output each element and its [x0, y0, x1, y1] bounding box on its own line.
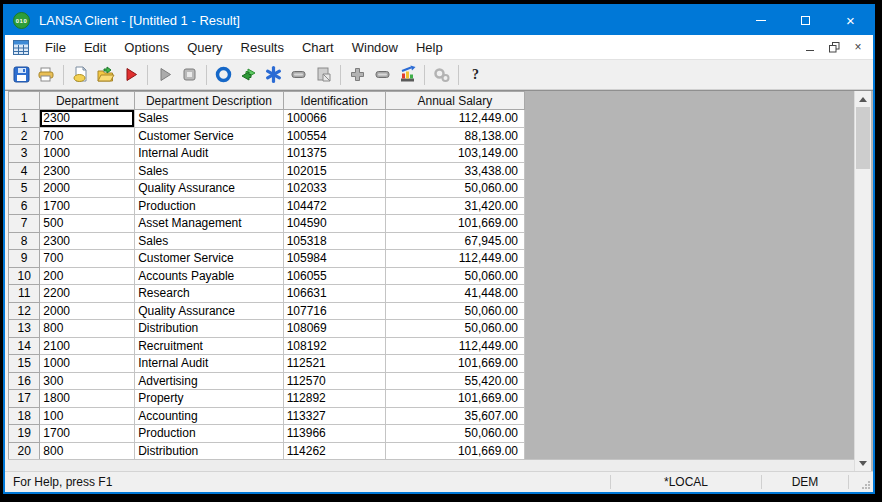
identification-cell[interactable]: 108192	[283, 337, 385, 355]
annual-salary-cell[interactable]: 101,669.00	[385, 355, 524, 373]
identification-cell[interactable]: 112521	[283, 355, 385, 373]
col-header-annual-salary[interactable]: Annual Salary	[385, 92, 524, 110]
row-number-cell[interactable]: 10	[9, 267, 40, 285]
department-cell[interactable]: 800	[40, 442, 135, 460]
identification-cell[interactable]: 113327	[283, 407, 385, 425]
row-number-cell[interactable]: 2	[9, 127, 40, 145]
department-cell[interactable]: 1800	[40, 390, 135, 408]
department-description-cell[interactable]: Recruitment	[135, 337, 283, 355]
department-description-cell[interactable]: Quality Assurance	[135, 302, 283, 320]
save-button[interactable]	[9, 62, 34, 88]
vertical-scrollbar[interactable]	[854, 91, 871, 471]
identification-cell[interactable]: 106631	[283, 285, 385, 303]
department-cell[interactable]: 2100	[40, 337, 135, 355]
department-description-cell[interactable]: Advertising	[135, 372, 283, 390]
identification-cell[interactable]: 114262	[283, 442, 385, 460]
row-number-cell[interactable]: 7	[9, 215, 40, 233]
identification-cell[interactable]: 101375	[283, 145, 385, 163]
hide-button[interactable]	[286, 62, 311, 88]
annual-salary-cell[interactable]: 55,420.00	[385, 372, 524, 390]
swap-button[interactable]	[236, 62, 261, 88]
department-cell[interactable]: 300	[40, 372, 135, 390]
freeze-button[interactable]	[261, 62, 286, 88]
annual-salary-cell[interactable]: 50,060.00	[385, 302, 524, 320]
department-cell[interactable]: 500	[40, 215, 135, 233]
scrollbar-track[interactable]	[855, 107, 871, 455]
department-cell[interactable]: 1000	[40, 355, 135, 373]
scroll-down-button[interactable]	[855, 455, 871, 471]
department-cell[interactable]: 700	[40, 127, 135, 145]
department-cell[interactable]: 2000	[40, 302, 135, 320]
identification-cell[interactable]: 105318	[283, 232, 385, 250]
department-description-cell[interactable]: Sales	[135, 162, 283, 180]
menu-window[interactable]: Window	[343, 37, 407, 58]
annual-salary-cell[interactable]: 50,060.00	[385, 267, 524, 285]
scroll-up-button[interactable]	[855, 91, 871, 107]
identification-cell[interactable]: 106055	[283, 267, 385, 285]
menu-results[interactable]: Results	[232, 37, 293, 58]
department-description-cell[interactable]: Quality Assurance	[135, 180, 283, 198]
department-description-cell[interactable]: Customer Service	[135, 250, 283, 268]
identification-cell[interactable]: 102033	[283, 180, 385, 198]
row-number-cell[interactable]: 18	[9, 407, 40, 425]
department-description-cell[interactable]: Internal Audit	[135, 355, 283, 373]
close-button[interactable]: ×	[828, 6, 873, 35]
department-description-cell[interactable]: Distribution	[135, 442, 283, 460]
department-description-cell[interactable]: Research	[135, 285, 283, 303]
col-header-identification[interactable]: Identification	[283, 92, 385, 110]
department-cell[interactable]: 2300	[40, 232, 135, 250]
row-number-cell[interactable]: 19	[9, 425, 40, 443]
help-button[interactable]: ?	[463, 62, 488, 88]
department-cell[interactable]: 2300	[40, 162, 135, 180]
row-number-cell[interactable]: 3	[9, 145, 40, 163]
remove-column-button[interactable]	[370, 62, 395, 88]
row-number-cell[interactable]: 9	[9, 250, 40, 268]
annual-salary-cell[interactable]: 103,149.00	[385, 145, 524, 163]
resize-grip[interactable]	[849, 472, 873, 492]
annual-salary-cell[interactable]: 101,669.00	[385, 442, 524, 460]
department-cell[interactable]: 1700	[40, 197, 135, 215]
row-number-cell[interactable]: 15	[9, 355, 40, 373]
department-description-cell[interactable]: Sales	[135, 232, 283, 250]
annual-salary-cell[interactable]: 41,448.00	[385, 285, 524, 303]
menu-chart[interactable]: Chart	[293, 37, 343, 58]
menu-options[interactable]: Options	[115, 37, 178, 58]
minimize-button[interactable]	[738, 6, 783, 35]
menu-file[interactable]: File	[36, 37, 75, 58]
row-number-cell[interactable]: 6	[9, 197, 40, 215]
department-description-cell[interactable]: Production	[135, 197, 283, 215]
department-cell[interactable]: 2300	[40, 110, 135, 128]
stop-button[interactable]	[177, 62, 202, 88]
menu-edit[interactable]: Edit	[75, 37, 115, 58]
maximize-button[interactable]	[783, 6, 828, 35]
print-button[interactable]	[34, 62, 59, 88]
row-number-cell[interactable]: 20	[9, 442, 40, 460]
identification-cell[interactable]: 107716	[283, 302, 385, 320]
annual-salary-cell[interactable]: 31,420.00	[385, 197, 524, 215]
row-number-cell[interactable]: 16	[9, 372, 40, 390]
record-button[interactable]	[211, 62, 236, 88]
row-number-cell[interactable]: 12	[9, 302, 40, 320]
annual-salary-cell[interactable]: 101,669.00	[385, 390, 524, 408]
department-cell[interactable]: 1700	[40, 425, 135, 443]
mdi-close-button[interactable]: ×	[851, 40, 865, 54]
settings-button[interactable]	[429, 62, 454, 88]
identification-cell[interactable]: 100554	[283, 127, 385, 145]
open-query-button[interactable]	[93, 62, 118, 88]
col-header-rownum[interactable]	[9, 92, 40, 110]
row-number-cell[interactable]: 4	[9, 162, 40, 180]
row-number-cell[interactable]: 5	[9, 180, 40, 198]
identification-cell[interactable]: 113966	[283, 425, 385, 443]
department-cell[interactable]: 800	[40, 320, 135, 338]
department-description-cell[interactable]: Production	[135, 425, 283, 443]
identification-cell[interactable]: 102015	[283, 162, 385, 180]
col-header-description[interactable]: Department Description	[135, 92, 283, 110]
new-query-button[interactable]	[68, 62, 93, 88]
annual-salary-cell[interactable]: 101,669.00	[385, 215, 524, 233]
annual-salary-cell[interactable]: 88,138.00	[385, 127, 524, 145]
mdi-restore-button[interactable]	[827, 40, 841, 54]
identification-cell[interactable]: 104590	[283, 215, 385, 233]
department-description-cell[interactable]: Accounts Payable	[135, 267, 283, 285]
department-cell[interactable]: 2200	[40, 285, 135, 303]
col-header-department[interactable]: Department	[40, 92, 135, 110]
